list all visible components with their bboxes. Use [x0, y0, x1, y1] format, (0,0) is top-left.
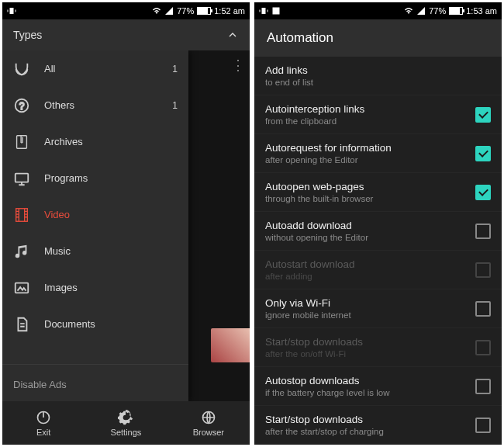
setting-subtitle: after opening the Editor — [265, 155, 475, 165]
status-time: 1:53 am — [466, 6, 497, 16]
bottom-button-label: Exit — [36, 428, 50, 437]
signal-icon — [416, 6, 426, 16]
sidebar-item-documents[interactable]: Documents — [2, 306, 188, 342]
exit-icon — [36, 410, 51, 425]
content-area: ⋮ All 1? Others 1 Archives Programs Vide… — [2, 50, 250, 401]
page-title-bar: Automation — [254, 19, 502, 57]
checkbox-autostop[interactable] — [475, 379, 491, 394]
setting-autoadd[interactable]: Autoadd download without opening the Edi… — [254, 212, 502, 251]
bottom-button-label: Settings — [111, 428, 142, 437]
setting-add-links[interactable]: Add links to end of list — [254, 57, 502, 95]
setting-subtitle: to end of list — [265, 78, 491, 87]
bottom-bar: Exit Settings Browser — [2, 401, 250, 445]
setting-title: Start/stop downloads — [265, 336, 475, 348]
setting-title: Only via Wi-Fi — [265, 297, 475, 309]
drawer-header[interactable]: Types — [2, 19, 250, 50]
svg-rect-4 — [16, 208, 28, 221]
phone-right: 77% 1:53 am Automation Add links to end … — [254, 2, 502, 445]
image-icon — [271, 6, 281, 16]
divider — [2, 364, 188, 365]
sidebar-item-label: Documents — [44, 318, 95, 330]
sidebar-item-label: Images — [44, 282, 78, 293]
checkbox-autorequest[interactable] — [475, 146, 491, 161]
checkbox-autostart — [475, 262, 491, 278]
settings-list: Add links to end of list Autointerceptio… — [254, 57, 502, 445]
nav-drawer: All 1? Others 1 Archives Programs Video … — [2, 50, 188, 401]
checkbox-autointercept[interactable] — [475, 107, 491, 123]
video-icon — [13, 206, 30, 224]
sidebar-item-images[interactable]: Images — [2, 269, 188, 306]
settings-button[interactable]: Settings — [85, 401, 167, 445]
sidebar-item-video[interactable]: Video — [2, 196, 188, 233]
sidebar-item-label: Archives — [44, 136, 83, 147]
browser-button[interactable]: Browser — [167, 401, 250, 445]
setting-autostop[interactable]: Autostop downloads if the battery charge… — [254, 367, 502, 406]
setting-wifi[interactable]: Only via Wi-Fi ignore mobile internet — [254, 289, 502, 328]
setting-startstop-charge[interactable]: Start/stop downloads after the start/sto… — [254, 406, 502, 445]
setting-subtitle: without opening the Editor — [265, 233, 475, 242]
checkbox-autoadd[interactable] — [475, 224, 491, 239]
sidebar-item-all[interactable]: All 1 — [2, 50, 188, 87]
battery-percent: 77% — [177, 6, 194, 16]
setting-subtitle: if the battery charge level is low — [265, 388, 475, 397]
setting-title: Autoopen web-pages — [265, 181, 475, 192]
setting-subtitle: from the clipboard — [265, 116, 475, 126]
setting-title: Autoadd download — [265, 220, 475, 231]
setting-subtitle: ignore mobile internet — [265, 310, 475, 320]
documents-icon — [13, 316, 30, 333]
status-time: 1:52 am — [214, 6, 245, 16]
bottom-button-label: Browser — [193, 428, 224, 437]
status-bar: 77% 1:52 am — [2, 2, 250, 19]
setting-title: Autorequest for information — [265, 142, 475, 154]
setting-subtitle: through the built-in browser — [265, 194, 475, 203]
drawer-title: Types — [13, 29, 42, 41]
checkbox-startstop-wifi — [475, 340, 491, 355]
setting-autorequest[interactable]: Autorequest for information after openin… — [254, 134, 502, 173]
exit-button[interactable]: Exit — [2, 401, 85, 445]
setting-title: Autostart download — [265, 258, 475, 270]
sidebar-item-label: Video — [44, 209, 70, 220]
sidebar-item-label: Music — [44, 245, 71, 257]
status-bar: 77% 1:53 am — [254, 2, 502, 19]
sidebar-item-programs[interactable]: Programs — [2, 160, 188, 196]
sidebar-item-label: All — [44, 63, 55, 74]
browser-icon — [201, 410, 216, 425]
wifi-icon — [152, 6, 161, 16]
setting-title: Autointerception links — [265, 103, 475, 115]
battery-icon — [449, 7, 463, 15]
vibrate-icon — [7, 6, 16, 16]
setting-title: Add links — [265, 64, 491, 76]
wifi-icon — [404, 6, 413, 16]
programs-icon — [13, 170, 30, 187]
checkbox-autoopen[interactable] — [475, 185, 491, 200]
checkbox-startstop-charge[interactable] — [475, 418, 491, 433]
sidebar-item-others[interactable]: ? Others 1 — [2, 87, 188, 123]
sidebar-item-count: 1 — [172, 64, 178, 74]
content-backdrop[interactable]: ⋮ — [188, 50, 250, 401]
setting-autointercept[interactable]: Autointerception links from the clipboar… — [254, 95, 502, 134]
download-thumbnail[interactable] — [211, 328, 250, 362]
disable-ads[interactable]: Disable Ads — [2, 368, 188, 401]
setting-autostart: Autostart download after adding — [254, 251, 502, 289]
signal-icon — [164, 6, 174, 16]
setting-title: Autostop downloads — [265, 375, 475, 386]
checkbox-wifi[interactable] — [475, 301, 491, 317]
sidebar-item-count: 1 — [172, 100, 178, 111]
sidebar-item-archives[interactable]: Archives — [2, 123, 188, 160]
music-icon — [13, 243, 30, 260]
sidebar-item-label: Others — [44, 99, 74, 111]
setting-subtitle: after the start/stop of charging — [265, 427, 475, 436]
battery-percent: 77% — [429, 6, 446, 16]
svg-text:?: ? — [19, 100, 25, 111]
vibrate-icon — [259, 6, 268, 16]
overflow-menu-icon[interactable]: ⋮ — [231, 57, 245, 74]
sidebar-item-label: Programs — [44, 172, 88, 184]
setting-subtitle: after adding — [265, 272, 475, 281]
images-icon — [13, 279, 30, 296]
chevron-up-icon — [226, 29, 239, 41]
setting-startstop-wifi: Start/stop downloads after the on/off Wi… — [254, 328, 502, 367]
sidebar-item-music[interactable]: Music — [2, 233, 188, 269]
settings-icon — [118, 410, 133, 425]
setting-autoopen[interactable]: Autoopen web-pages through the built-in … — [254, 173, 502, 212]
page-title: Automation — [267, 30, 333, 46]
